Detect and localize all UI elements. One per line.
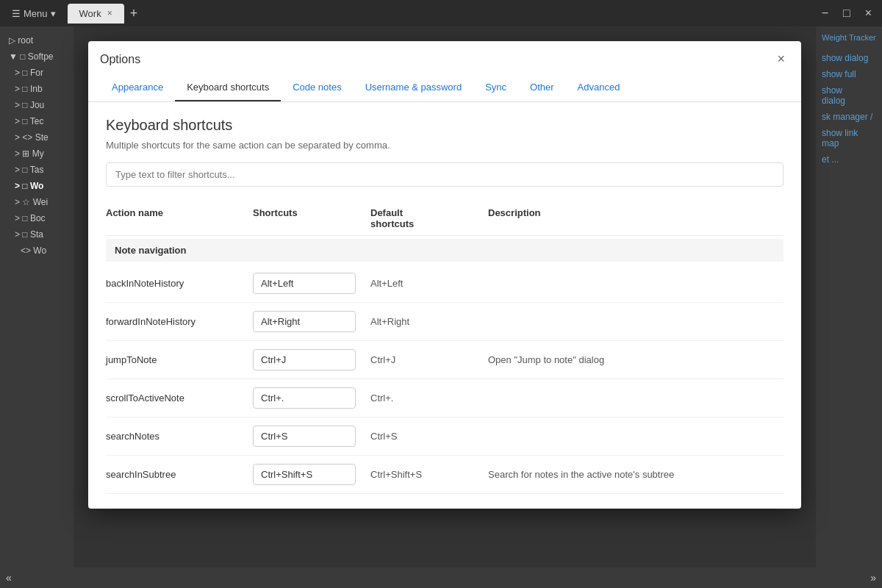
show-link-map-link[interactable]: show linkmap [822,128,876,148]
sidebar-item-boc[interactable]: > □ Boc [0,210,74,226]
tab-appearance[interactable]: Appearance [100,74,175,101]
sidebar-item-for[interactable]: > □ For [0,65,74,81]
desc-searchsubtree: Search for notes in the active note's su… [488,469,784,480]
default-search: Ctrl+S [370,431,488,442]
close-button[interactable]: × [861,5,876,21]
tab-username-password[interactable]: Username & password [354,74,474,101]
shortcut-row-backinhistory: backInNoteHistory Alt+Left [106,265,784,303]
dialog-header: Options × [88,41,801,74]
shortcut-field-forward[interactable] [253,311,356,332]
dialog-title: Options [100,53,140,66]
sidebar-item-tas[interactable]: > □ Tas [0,162,74,178]
default-forward: Alt+Right [370,316,488,327]
sidebar-item-wei[interactable]: > ☆ Wei [0,194,74,210]
work-tab[interactable]: Work × [68,4,124,24]
sidebar-item-sta[interactable]: > □ Sta [0,226,74,243]
tab-label: Work [79,8,101,19]
window-controls: − □ × [817,5,876,21]
sidebar-item-softpedia[interactable]: ▼ □ Softpe [0,49,74,65]
sidebar: ▷ root ▼ □ Softpe > □ For > □ Inb > □ Jo… [0,26,74,567]
show-dialog-link[interactable]: show dialog [822,53,876,63]
sidebar-item-wo[interactable]: > □ Wo [0,178,74,194]
group-header-note-navigation: Note navigation [106,239,784,262]
col-header-default: Defaultshortcuts [370,207,488,229]
dialog-body: Keyboard shortcuts Multiple shortcuts fo… [88,102,801,509]
shortcut-row-jumptonote: jumpToNote Ctrl+J Open "Jump to note" di… [106,341,784,379]
menu-icon: ☰ [12,8,21,19]
shortcut-row-scrolltoactive: scrollToActiveNote Ctrl+. [106,379,784,417]
tab-code-notes[interactable]: Code notes [281,74,354,101]
menu-label: Menu [24,8,48,19]
shortcut-input-back[interactable] [253,273,370,294]
show-dialog-link2[interactable]: showdialog [822,85,876,106]
modal-overlay: Options × Appearance Keyboard shortcuts … [74,26,816,567]
section-description: Multiple shortcuts for the same action c… [106,140,784,151]
minimize-button[interactable]: − [817,5,833,21]
new-tab-button[interactable]: + [124,3,144,24]
tab-other[interactable]: Other [518,74,566,101]
col-header-description: Description [488,207,784,229]
action-name-back: backInNoteHistory [106,278,253,289]
menu-chevron-icon: ▾ [51,8,56,19]
filter-input[interactable] [106,162,784,187]
menu-button[interactable]: ☰ Menu ▾ [6,5,62,22]
sidebar-item-tec[interactable]: > □ Tec [0,113,74,129]
default-back: Alt+Left [370,278,488,289]
dialog-close-button[interactable]: × [772,50,789,68]
weight-tracker-label: Weight Tracker [822,33,876,42]
sidebar-item-jou[interactable]: > □ Jou [0,97,74,113]
sidebar-item-wo2[interactable]: <> Wo [0,243,74,259]
tab-bar: Work × + [68,3,811,24]
shortcut-input-jump[interactable] [253,349,370,370]
action-name-searchsubtree: searchInSubtree [106,469,253,480]
sidebar-item-inb[interactable]: > □ Inb [0,81,74,97]
shortcut-input-search[interactable] [253,426,370,447]
shortcut-row-searchinsubtree: searchInSubtree Ctrl+Shift+S Search for … [106,456,784,494]
shortcut-input-searchsubtree[interactable] [253,464,370,485]
default-jump: Ctrl+J [370,354,488,365]
nav-left-button[interactable]: « [6,572,12,584]
sidebar-item-my[interactable]: > ⊞ My [0,146,74,162]
tab-close-button[interactable]: × [107,8,112,18]
action-name-forward: forwardInNoteHistory [106,316,253,327]
options-dialog: Options × Appearance Keyboard shortcuts … [88,41,801,509]
shortcut-field-jump[interactable] [253,349,356,370]
shortcut-row-searchnotes: searchNotes Ctrl+S [106,417,784,456]
tab-advanced[interactable]: Advanced [566,74,632,101]
show-full-link[interactable]: show full [822,69,876,79]
col-header-action: Action name [106,207,253,229]
action-name-scroll: scrollToActiveNote [106,392,253,404]
tab-sync[interactable]: Sync [473,74,518,101]
action-name-search: searchNotes [106,431,253,442]
table-header: Action name Shortcuts Defaultshortcuts D… [106,201,784,236]
right-panel: Weight Tracker show dialog show full sho… [816,26,882,567]
et-link[interactable]: et ... [822,154,876,165]
titlebar: ☰ Menu ▾ Work × + − □ × [0,0,882,26]
shortcut-input-scroll[interactable] [253,387,370,409]
shortcut-input-forward[interactable] [253,311,370,332]
nav-right-button[interactable]: » [870,572,876,584]
default-searchsubtree: Ctrl+Shift+S [370,469,488,480]
sidebar-item-root[interactable]: ▷ root [0,32,74,49]
section-title: Keyboard shortcuts [106,117,784,134]
shortcut-field-back[interactable] [253,273,356,294]
default-scroll: Ctrl+. [370,392,488,404]
main-area: Options × Appearance Keyboard shortcuts … [74,26,816,567]
shortcut-field-searchsubtree[interactable] [253,464,356,485]
col-header-shortcuts: Shortcuts [253,207,370,229]
task-manager-link[interactable]: sk manager / [822,112,876,122]
app-content: ▷ root ▼ □ Softpe > □ For > □ Inb > □ Jo… [0,26,882,567]
bottom-nav-bar: « » [0,567,882,588]
desc-jump: Open "Jump to note" dialog [488,354,784,365]
sidebar-item-ste[interactable]: > <> Ste [0,129,74,146]
tab-navigation: Appearance Keyboard shortcuts Code notes… [88,74,801,102]
shortcut-field-search[interactable] [253,426,356,447]
action-name-jump: jumpToNote [106,354,253,365]
tab-keyboard-shortcuts[interactable]: Keyboard shortcuts [175,74,281,101]
shortcut-field-scroll[interactable] [253,387,356,409]
maximize-button[interactable]: □ [839,5,855,21]
shortcut-row-forwardinhistory: forwardInNoteHistory Alt+Right [106,303,784,341]
